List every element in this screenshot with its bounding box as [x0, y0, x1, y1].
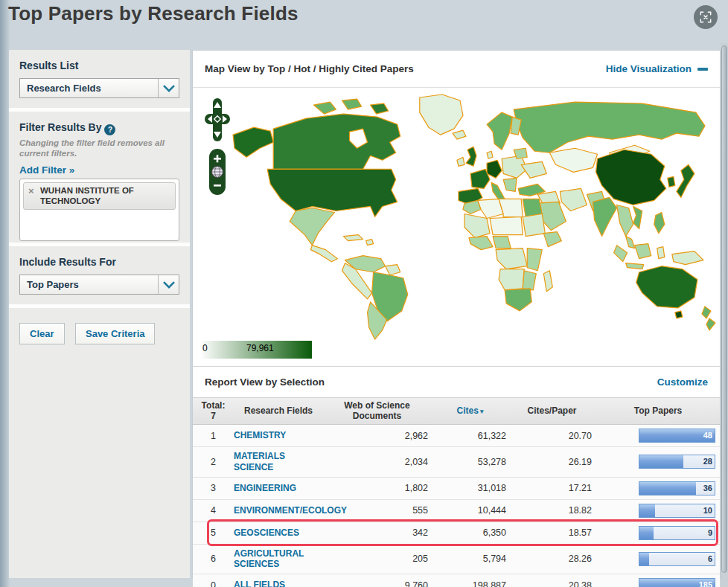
- filter-section: Filter Results By? Changing the filter f…: [9, 112, 190, 243]
- help-icon[interactable]: ?: [104, 124, 115, 135]
- top-papers-bar: 28: [639, 455, 715, 469]
- top-papers-value: 185: [699, 579, 712, 587]
- legend-max-value: 79,961: [246, 343, 274, 353]
- row-rank: 1: [193, 431, 234, 441]
- row-rank: 2: [193, 457, 234, 467]
- top-papers-bar-fill: [639, 527, 654, 539]
- table-row: 1CHEMISTRY2,96261,32220.7048: [193, 425, 720, 447]
- filter-box: × WUHAN INSTITUTE OF TECHNOLOGY: [19, 179, 179, 241]
- world-map[interactable]: [224, 89, 717, 341]
- row-cites: 31,018: [431, 483, 509, 493]
- total-label: Total:: [193, 401, 234, 411]
- row-rank: 4: [193, 505, 234, 516]
- filter-chip-label: WUHAN INSTITUTE OF TECHNOLOGY: [40, 186, 134, 205]
- filter-chip[interactable]: × WUHAN INSTITUTE OF TECHNOLOGY: [23, 182, 176, 211]
- chevron-down-icon: [158, 275, 179, 294]
- research-field-link[interactable]: ENGINEERING: [234, 483, 296, 493]
- row-documents: 9,760: [323, 580, 431, 587]
- top-papers-bar: 185: [639, 578, 715, 587]
- vertical-scrollbar[interactable]: [721, 43, 728, 587]
- top-papers-bar: 9: [639, 526, 715, 540]
- research-field-link[interactable]: ALL FIELDS: [234, 580, 285, 587]
- top-papers-bar: 6: [639, 552, 715, 566]
- row-cites-per-paper: 20.70: [509, 431, 595, 441]
- column-research-fields: Research Fields: [234, 406, 323, 417]
- report-table-body: 1CHEMISTRY2,96261,32220.70482MATERIALS S…: [193, 425, 720, 587]
- table-row: 3ENGINEERING1,80231,01817.2136: [193, 478, 720, 500]
- table-row: 6AGRICULTURAL SCIENCES2055,79428.266: [193, 545, 720, 575]
- top-papers-bar-fill: [639, 455, 683, 468]
- remove-filter-icon[interactable]: ×: [28, 185, 34, 197]
- row-cites: 61,322: [431, 431, 509, 441]
- row-cites: 5,794: [431, 554, 509, 564]
- top-papers-value: 9: [708, 527, 712, 539]
- table-row: 0ALL FIELDS9,760198,88720.38185: [193, 574, 720, 587]
- results-list-value: Research Fields: [20, 83, 158, 94]
- cites-label: Cites: [457, 405, 479, 416]
- criteria-buttons-section: Clear Save Criteria: [9, 308, 190, 578]
- research-field-link[interactable]: AGRICULTURAL SCIENCES: [234, 548, 304, 570]
- table-row: 5GEOSCIENCES3426,35018.579: [193, 522, 720, 545]
- minus-icon: [697, 68, 708, 71]
- column-wos-documents: Web of Science Documents: [323, 401, 431, 422]
- include-results-section: Include Results For Top Papers: [9, 246, 190, 304]
- top-papers-bar-fill: [639, 553, 649, 565]
- results-list-select[interactable]: Research Fields: [19, 78, 179, 98]
- row-documents: 555: [323, 505, 431, 516]
- top-papers-bar: 48: [639, 429, 715, 443]
- row-rank: 0: [193, 580, 234, 587]
- add-filter-link[interactable]: Add Filter »: [19, 164, 74, 176]
- row-documents: 2,962: [323, 431, 431, 441]
- row-rank: 3: [193, 483, 234, 493]
- map-view-title: Map View by Top / Hot / Highly Cited Pap…: [205, 63, 414, 74]
- filter-heading-text: Filter Results By: [19, 121, 101, 133]
- row-documents: 342: [323, 527, 431, 538]
- total-value: 7: [193, 411, 234, 422]
- top-papers-bar: 36: [639, 481, 715, 495]
- table-row: 2MATERIALS SCIENCE2,03453,27826.1928: [193, 447, 720, 478]
- app-window: Top Papers by Research Fields Results Li…: [0, 0, 728, 587]
- table-header-row: Total: 7 Research Fields Web of Science …: [193, 397, 720, 425]
- include-results-select[interactable]: Top Papers: [19, 275, 179, 295]
- expand-button[interactable]: [694, 5, 718, 29]
- map-zoom-control[interactable]: [209, 149, 226, 195]
- row-rank: 5: [193, 527, 234, 538]
- zoom-out-icon: [214, 185, 221, 187]
- results-list-section: Results List Research Fields: [9, 50, 190, 108]
- map-visualization: 0 79,961: [193, 88, 720, 366]
- hide-visualization-link[interactable]: Hide Visualization: [606, 63, 708, 74]
- include-results-value: Top Papers: [20, 279, 158, 290]
- filter-note: Changing the filter field removes all cu…: [19, 138, 179, 159]
- results-list-heading: Results List: [19, 60, 179, 71]
- row-cites-per-paper: 18.57: [509, 527, 595, 538]
- research-field-link[interactable]: MATERIALS SCIENCE: [234, 451, 285, 472]
- row-cites-per-paper: 20.38: [509, 580, 595, 587]
- expand-icon: [698, 10, 713, 25]
- clear-button[interactable]: Clear: [19, 323, 65, 344]
- save-criteria-button[interactable]: Save Criteria: [75, 323, 156, 344]
- research-field-link[interactable]: CHEMISTRY: [234, 430, 286, 440]
- row-cites-per-paper: 17.21: [509, 483, 595, 493]
- sidebar: Results List Research Fields Filter Resu…: [9, 50, 190, 578]
- globe-icon: [212, 167, 223, 178]
- research-field-link[interactable]: GEOSCIENCES: [234, 527, 299, 538]
- main-panel: Map View by Top / Hot / Highly Cited Pap…: [192, 50, 721, 578]
- row-cites-per-paper: 18.82: [509, 505, 595, 516]
- scrollbar-thumb[interactable]: [721, 45, 727, 573]
- chevron-down-icon: [158, 79, 179, 97]
- row-cites: 53,278: [431, 457, 509, 467]
- top-papers-value: 10: [703, 504, 712, 517]
- column-total: Total: 7: [193, 401, 234, 422]
- top-papers-bar: 10: [639, 504, 715, 518]
- customize-link[interactable]: Customize: [657, 376, 708, 388]
- row-cites-per-paper: 28.26: [509, 554, 595, 564]
- filter-heading: Filter Results By?: [19, 121, 179, 135]
- page-title: Top Papers by Research Fields: [8, 2, 298, 25]
- row-cites: 6,350: [431, 527, 509, 538]
- map-header: Map View by Top / Hot / Highly Cited Pap…: [193, 51, 720, 88]
- row-cites: 10,444: [431, 505, 509, 516]
- row-documents: 1,802: [323, 483, 431, 493]
- row-documents: 2,034: [323, 457, 431, 467]
- column-cites-per-paper: Cites/Paper: [509, 406, 595, 417]
- column-cites-sort[interactable]: Cites▾: [431, 406, 509, 417]
